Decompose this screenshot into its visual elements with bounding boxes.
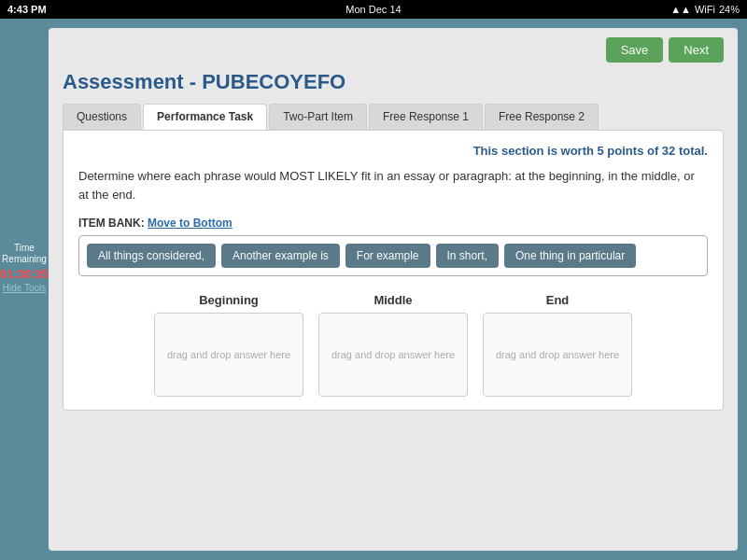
item-bank-label: ITEM BANK: Move to Bottom [78,217,708,230]
battery-level: 24% [719,4,740,15]
drop-zones: Beginning drag and drop answer here Midd… [78,293,708,397]
drop-zone-middle-box[interactable]: drag and drop answer here [318,313,468,397]
sidebar-timer: 01:30:35 [0,267,49,281]
tab-questions[interactable]: Questions [63,104,141,130]
section-worth: This section is worth 5 points of 32 tot… [78,144,708,158]
tab-free-response-1[interactable]: Free Response 1 [369,104,483,130]
content-panel: Save Next Assessment - PUBECOYEFO Questi… [49,28,738,551]
phrase-btn-2[interactable]: For example [345,244,430,268]
drop-zone-end-hint: drag and drop answer here [496,349,619,360]
instructions: Determine where each phrase would MOST L… [78,167,708,203]
drop-zone-beginning-box[interactable]: drag and drop answer here [154,313,303,397]
move-to-bottom-link[interactable]: Move to Bottom [148,217,233,230]
item-bank-text: ITEM BANK: [78,217,145,230]
hide-tools-link[interactable]: Hide Tools [3,283,47,293]
time-remaining-label: TimeRemaining [2,243,47,265]
drop-zone-beginning-label: Beginning [199,293,259,307]
drop-zone-beginning-hint: drag and drop answer here [167,349,290,360]
phrase-btn-0[interactable]: All things considered, [87,244,216,268]
status-bar: 4:43 PM Mon Dec 14 ▲▲ WiFi 24% [0,0,747,19]
status-day: Mon Dec 14 [345,4,401,15]
assessment-title: Assessment - PUBECOYEFO [63,70,724,94]
signal-icon: ▲▲ [670,4,691,15]
drop-zone-end-box[interactable]: drag and drop answer here [483,313,632,397]
tab-free-response-2[interactable]: Free Response 2 [485,104,599,130]
drop-zone-middle: Middle drag and drop answer here [318,293,468,397]
drop-zone-middle-hint: drag and drop answer here [331,349,455,360]
drop-zone-end: End drag and drop answer here [483,293,632,397]
sidebar: TimeRemaining 01:30:35 Hide Tools [0,19,49,560]
tab-performance-task[interactable]: Performance Task [143,104,267,130]
main-area: TimeRemaining 01:30:35 Hide Tools Save N… [0,19,747,560]
drop-zone-beginning: Beginning drag and drop answer here [154,293,303,397]
drop-zone-middle-label: Middle [374,293,412,307]
next-button[interactable]: Next [669,37,724,63]
phrase-btn-4[interactable]: One thing in particular [504,244,636,268]
header-row: Save Next [63,37,724,63]
tabs: Questions Performance Task Two-Part Item… [63,104,724,130]
phrase-btn-3[interactable]: In short, [436,244,499,268]
wifi-icon: WiFi [695,4,715,15]
white-box: This section is worth 5 points of 32 tot… [63,130,724,411]
save-button[interactable]: Save [606,37,664,63]
phrase-btn-1[interactable]: Another example is [221,244,340,268]
drop-zone-end-label: End [546,293,570,307]
item-bank-box: All things considered, Another example i… [78,235,708,276]
status-time: 4:43 PM [7,4,47,15]
status-right: ▲▲ WiFi 24% [670,4,740,15]
tab-two-part-item[interactable]: Two-Part Item [269,104,367,130]
